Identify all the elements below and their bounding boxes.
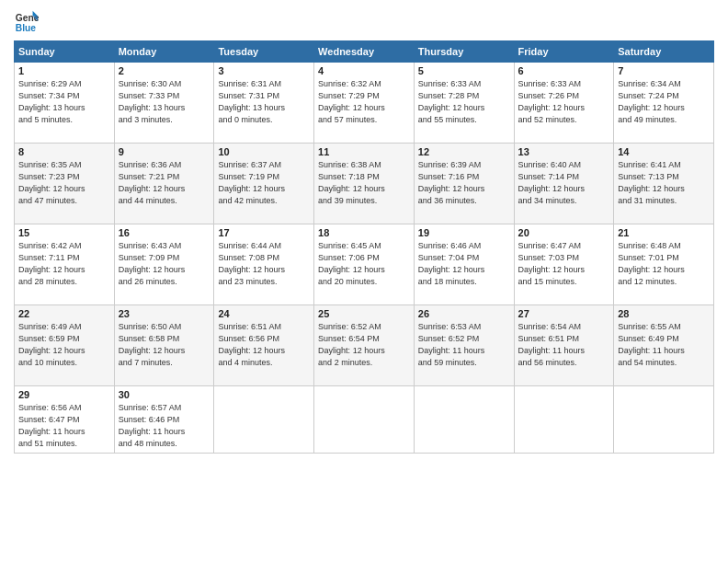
day-info: Sunrise: 6:52 AM Sunset: 6:54 PM Dayligh… [318,321,410,369]
calendar-cell: 4Sunrise: 6:32 AM Sunset: 7:29 PM Daylig… [314,63,415,144]
day-info: Sunrise: 6:50 AM Sunset: 6:58 PM Dayligh… [119,321,210,369]
day-number: 13 [518,146,610,157]
calendar-cell: 29Sunrise: 6:56 AM Sunset: 6:47 PM Dayli… [15,386,115,454]
day-number: 4 [318,65,410,76]
calendar-cell: 27Sunrise: 6:54 AM Sunset: 6:51 PM Dayli… [514,305,614,386]
day-info: Sunrise: 6:32 AM Sunset: 7:29 PM Dayligh… [318,78,410,126]
calendar-cell: 19Sunrise: 6:46 AM Sunset: 7:04 PM Dayli… [414,224,514,305]
day-number: 19 [418,227,510,238]
calendar-cell: 6Sunrise: 6:33 AM Sunset: 7:26 PM Daylig… [514,63,614,144]
day-number: 20 [518,227,610,238]
day-number: 15 [18,227,110,238]
weekday-header-wednesday: Wednesday [314,41,415,63]
weekday-header-monday: Monday [114,41,214,63]
day-info: Sunrise: 6:34 AM Sunset: 7:24 PM Dayligh… [618,78,710,126]
calendar-cell: 14Sunrise: 6:41 AM Sunset: 7:13 PM Dayli… [614,144,714,224]
day-number: 6 [518,65,610,76]
day-info: Sunrise: 6:40 AM Sunset: 7:14 PM Dayligh… [518,159,610,207]
day-info: Sunrise: 6:45 AM Sunset: 7:06 PM Dayligh… [318,240,410,288]
day-info: Sunrise: 6:43 AM Sunset: 7:09 PM Dayligh… [119,240,210,288]
calendar-cell [414,386,514,454]
day-info: Sunrise: 6:56 AM Sunset: 6:47 PM Dayligh… [18,402,110,450]
calendar-cell: 9Sunrise: 6:36 AM Sunset: 7:21 PM Daylig… [114,144,214,224]
day-number: 26 [418,308,510,319]
weekday-header-friday: Friday [514,41,614,63]
day-number: 29 [18,389,110,400]
calendar-cell [514,386,614,454]
day-number: 1 [18,65,110,76]
calendar-cell: 18Sunrise: 6:45 AM Sunset: 7:06 PM Dayli… [314,224,415,305]
day-info: Sunrise: 6:49 AM Sunset: 6:59 PM Dayligh… [18,321,110,369]
day-number: 2 [119,65,210,76]
day-info: Sunrise: 6:54 AM Sunset: 6:51 PM Dayligh… [518,321,610,369]
day-number: 12 [418,146,510,157]
day-number: 3 [218,65,310,76]
weekday-header-thursday: Thursday [414,41,514,63]
calendar-cell [214,386,314,454]
calendar-cell: 8Sunrise: 6:35 AM Sunset: 7:23 PM Daylig… [15,144,115,224]
day-info: Sunrise: 6:55 AM Sunset: 6:49 PM Dayligh… [618,321,710,369]
day-info: Sunrise: 6:33 AM Sunset: 7:26 PM Dayligh… [518,78,610,126]
day-number: 25 [318,308,410,319]
day-number: 14 [618,146,710,157]
day-info: Sunrise: 6:42 AM Sunset: 7:11 PM Dayligh… [18,240,110,288]
calendar-cell: 28Sunrise: 6:55 AM Sunset: 6:49 PM Dayli… [614,305,714,386]
day-info: Sunrise: 6:35 AM Sunset: 7:23 PM Dayligh… [18,159,110,207]
svg-text:Blue: Blue [16,23,37,33]
day-info: Sunrise: 6:37 AM Sunset: 7:19 PM Dayligh… [218,159,310,207]
calendar-cell: 24Sunrise: 6:51 AM Sunset: 6:56 PM Dayli… [214,305,314,386]
day-info: Sunrise: 6:31 AM Sunset: 7:31 PM Dayligh… [218,78,310,126]
calendar-cell [614,386,714,454]
day-number: 23 [119,308,210,319]
calendar-cell: 25Sunrise: 6:52 AM Sunset: 6:54 PM Dayli… [314,305,415,386]
day-number: 28 [618,308,710,319]
day-info: Sunrise: 6:47 AM Sunset: 7:03 PM Dayligh… [518,240,610,288]
day-number: 11 [318,146,410,157]
day-info: Sunrise: 6:57 AM Sunset: 6:46 PM Dayligh… [119,402,210,450]
day-number: 10 [218,146,310,157]
calendar-cell: 1Sunrise: 6:29 AM Sunset: 7:34 PM Daylig… [15,63,115,144]
calendar-cell [314,386,415,454]
day-info: Sunrise: 6:41 AM Sunset: 7:13 PM Dayligh… [618,159,710,207]
day-number: 16 [119,227,210,238]
logo: General Blue [14,9,40,35]
calendar-cell: 20Sunrise: 6:47 AM Sunset: 7:03 PM Dayli… [514,224,614,305]
day-number: 27 [518,308,610,319]
weekday-header-tuesday: Tuesday [214,41,314,63]
day-number: 24 [218,308,310,319]
calendar-cell: 26Sunrise: 6:53 AM Sunset: 6:52 PM Dayli… [414,305,514,386]
day-number: 8 [18,146,110,157]
calendar-page: General Blue SundayMondayTuesdayWednesda… [0,0,728,563]
day-info: Sunrise: 6:53 AM Sunset: 6:52 PM Dayligh… [418,321,510,369]
calendar-cell: 17Sunrise: 6:44 AM Sunset: 7:08 PM Dayli… [214,224,314,305]
calendar-cell: 15Sunrise: 6:42 AM Sunset: 7:11 PM Dayli… [15,224,115,305]
day-number: 22 [18,308,110,319]
day-number: 21 [618,227,710,238]
day-info: Sunrise: 6:29 AM Sunset: 7:34 PM Dayligh… [18,78,110,126]
day-number: 7 [618,65,710,76]
day-info: Sunrise: 6:46 AM Sunset: 7:04 PM Dayligh… [418,240,510,288]
weekday-header-sunday: Sunday [15,41,115,63]
day-info: Sunrise: 6:33 AM Sunset: 7:28 PM Dayligh… [418,78,510,126]
calendar-cell: 5Sunrise: 6:33 AM Sunset: 7:28 PM Daylig… [414,63,514,144]
header: General Blue [14,9,714,35]
day-info: Sunrise: 6:48 AM Sunset: 7:01 PM Dayligh… [618,240,710,288]
calendar-cell: 11Sunrise: 6:38 AM Sunset: 7:18 PM Dayli… [314,144,415,224]
logo-icon: General Blue [14,9,40,35]
calendar-cell: 10Sunrise: 6:37 AM Sunset: 7:19 PM Dayli… [214,144,314,224]
day-number: 17 [218,227,310,238]
calendar-cell: 12Sunrise: 6:39 AM Sunset: 7:16 PM Dayli… [414,144,514,224]
calendar-cell: 13Sunrise: 6:40 AM Sunset: 7:14 PM Dayli… [514,144,614,224]
day-info: Sunrise: 6:39 AM Sunset: 7:16 PM Dayligh… [418,159,510,207]
calendar-table: SundayMondayTuesdayWednesdayThursdayFrid… [14,40,714,454]
calendar-cell: 23Sunrise: 6:50 AM Sunset: 6:58 PM Dayli… [114,305,214,386]
day-info: Sunrise: 6:51 AM Sunset: 6:56 PM Dayligh… [218,321,310,369]
calendar-cell: 3Sunrise: 6:31 AM Sunset: 7:31 PM Daylig… [214,63,314,144]
calendar-cell: 2Sunrise: 6:30 AM Sunset: 7:33 PM Daylig… [114,63,214,144]
day-info: Sunrise: 6:30 AM Sunset: 7:33 PM Dayligh… [119,78,210,126]
day-number: 30 [119,389,210,400]
weekday-header-saturday: Saturday [614,41,714,63]
calendar-header-row: SundayMondayTuesdayWednesdayThursdayFrid… [15,41,714,63]
calendar-cell: 16Sunrise: 6:43 AM Sunset: 7:09 PM Dayli… [114,224,214,305]
day-number: 9 [119,146,210,157]
